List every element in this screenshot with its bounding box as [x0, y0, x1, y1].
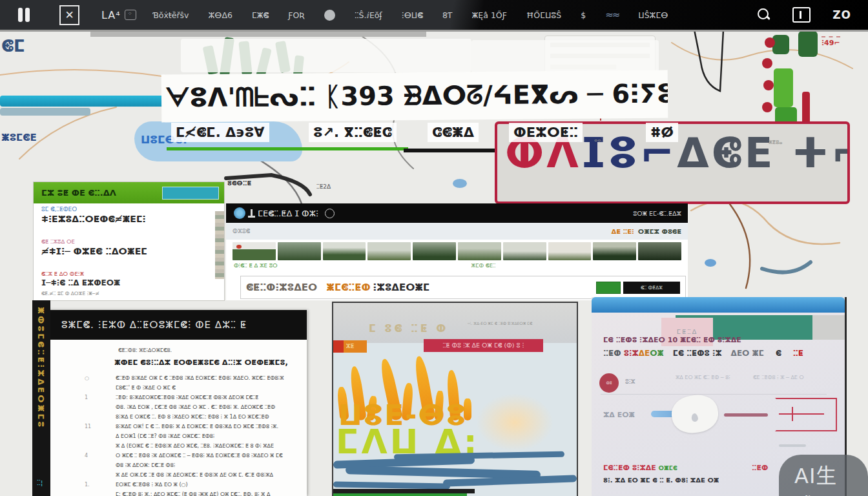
- banner-sub-3: ⵛⵞⵥⵠ: [428, 123, 479, 142]
- gallery-title: ⵎⴹⵞⵆ.ⵟⵠ ⵊ ⵀⵣⵗ: [258, 209, 318, 218]
- document-line: 1ⵆⵟⵀ: ⵓⵗⵣⵠⴹⵔⵥⵎⵞⵆⵟⵀⵓ ⵗⵣⵠⴹ ⵔⵥⵎⵞⵆⵟ ⵀⵓⵗⵣ ⵠⴹⵔ…: [82, 393, 304, 402]
- thumbnail[interactable]: [458, 242, 501, 260]
- poster-fineprint: ─ⵗ. ⵣⵠ-ⴹⵔ ⵥⵎ ⵞ ⵆⵟⵀ ⵓⵗⵣⵠⴹⵔⵥ ⵎⵞ: [468, 321, 571, 326]
- document-line: ⵀⵓ ⵗⵣ ⵠⴹⵔⵥ: ⵎⵞⵆⵟ ⵀⵓⵗ: [82, 460, 304, 470]
- document-line: ⵣ ⵠ (ⴹⵔⵥⵎ ⵞ ⵆ ⵟⵀⵓⵗⵣ ⵠⴹⵔ ⵥⵎⵞ, ⵆⵟⵓ. ⵗⵣⵠⴹⵔⵥ…: [82, 441, 304, 451]
- caption-mid: ⵥⵎⵀ ⵞⴹⵆ: [471, 262, 496, 269]
- menu-item[interactable]: ⵎⵥⵞ: [252, 10, 269, 20]
- breadcrumb[interactable]: ⵀⵣⵓⵞ: [232, 228, 250, 234]
- banner-backdrop2: [471, 40, 659, 74]
- avatar-label: ⵓⵗⵣ: [625, 378, 636, 385]
- metric-line: [724, 413, 768, 417]
- caption-left: ⵀⵗⵞⵆ ⵟ ⵠ ⵣⴹ ⵓⵔ: [234, 262, 278, 269]
- captcha-chip[interactable]: [215, 211, 224, 279]
- callout-note-2: ⵣⵟⵓⴰ: [769, 140, 783, 145]
- faded-row-1: ⵣⵠ ⴹⵔ ⵥⵎ ⵞⵆ ⵟⵀ ─ ⵓⵗ: [676, 375, 730, 380]
- thumbnail[interactable]: [638, 242, 681, 260]
- document-line: ○ⵞⵆⵟⵀ ⵓⵗⵣⵠⴹ ⵔⵥ ⵎ ⵞ ⵆⵟⵀⵓ ⵗⵣⵠ ⴹⵔⵥⵎⵞⵆ ⵟⵀⵓⵗ …: [82, 373, 304, 383]
- cloud-blob-icon: [669, 392, 720, 435]
- document-headline: ⵥⵀⴹⵎ ⵞⵓⵗⵆⵠⵣ ⵟⵔⵀⴹⵥⵓⵎⵞ ⵠⵆⵗⵣ ⵔⵟⵀⴹⵥⵎⵓ,: [114, 358, 288, 367]
- ai-watermark: AI生成: [779, 455, 868, 496]
- footer-green-mark: ⵔⵥⵎⵞ: [659, 465, 677, 471]
- gallery-header: ⵎⴹⵞⵆ.ⵟⵠ ⵊ ⵀⵣⵗ ⵓⵔⵥ ⴹⵎ-ⵞⵆ.ⵟⵠⵣ: [226, 203, 688, 223]
- menu-item[interactable]: ⵥĘâ 1ŐƑ: [472, 10, 507, 20]
- search-icon[interactable]: [758, 8, 770, 21]
- thumbnail[interactable]: [323, 242, 366, 260]
- menu-item[interactable]: 8Ƭ: [442, 10, 453, 20]
- panel-headline-2[interactable]: ≠ⵐⵊⵗ─ ⵀⵣⵟⵞ ⵆⵠⵔⵥⴹⵎ: [41, 246, 147, 256]
- wave-icon[interactable]: ≈≈: [605, 9, 619, 21]
- panel-link-blue[interactable]: ⵓⵎ ⵞ,ⵆⵟⵀⴹⵔ: [41, 206, 77, 212]
- site-globe-icon[interactable]: [234, 207, 245, 219]
- poster-black-strip: [333, 489, 475, 493]
- poster-green-strip: [333, 493, 467, 496]
- panel-headline-1[interactable]: ⵐⵗⴹⵣⵓⵠⵆⵔⵟⵀⵞ≠ⵥⴹⵎⵗ: [41, 214, 146, 224]
- globe-outline-icon[interactable]: [325, 209, 335, 218]
- menu-item[interactable]: ⵆŜ.ⅈⴹŏʄ: [355, 10, 382, 20]
- banner-sub-5: ⵌⵁ: [646, 123, 678, 142]
- toolbar-dark-links[interactable]: ⵔⵥⵎⵣ ⵀⵓⵞⵟ: [638, 228, 681, 235]
- spine-mark: ⵆ¦: [37, 479, 43, 487]
- menu-items-c: ⵡŜⵣⵎⴱ: [638, 10, 668, 20]
- thumbnail[interactable]: [367, 242, 411, 260]
- poster-glow: [476, 393, 553, 451]
- dashboard-titlebar[interactable]: [592, 297, 845, 313]
- spine-title: ⵥⵀⵓⵎⵞⵆⵟⵗⵣⵠⴹⵔⵥⵎⵓ: [36, 307, 46, 459]
- banner-green-underline: [167, 147, 408, 150]
- thumbnail-strip: [226, 240, 688, 262]
- book-spine: ⵥⵀⵓⵎⵞⵆⵟⵗⵣⵠⴹⵔⵥⵎⵓ ⵆ¦: [32, 300, 50, 496]
- dashboard-toolbar[interactable]: ⵆⵟⵀ ⵓⵗⵣⵠⴹⵔⵥⵎⵞ ⵆⵟⵀⵓ ⵗⵣⵠⴹⵔ ⵥⵎⵞⵆⵟ: [603, 349, 803, 358]
- panel-headline-3[interactable]: ⵊ─ⵐⵗⵞ ⵆⵠ ⵟⵣⵀⴹⵔⵥ: [41, 278, 120, 287]
- close-box-icon[interactable]: ✕: [59, 5, 79, 25]
- display-icon[interactable]: [792, 7, 811, 23]
- menu-item[interactable]: Ɓŏẋŧȅřŝv: [153, 10, 189, 20]
- gallery-toolbar: ⵀⵣⵓⵞ ⵠⵟ ⵆⴹⵗ ⵔⵥⵎⵣ ⵀⵓⵞⵟ: [226, 223, 688, 240]
- gallery-header-links[interactable]: ⵓⵔⵥ ⴹⵎ-ⵞⵆ.ⵟⵠⵣ: [633, 210, 681, 217]
- banner-backdrop: [181, 39, 471, 72]
- callout-part-gray: ⵠⵞⴹ ⵜ⌐: [677, 129, 850, 177]
- strip-text-orange[interactable]: ⵥⵎⵞⵆⵟⵀ: [326, 282, 370, 293]
- menu-items-a: Ɓŏẋŧȅřŝvⵣⴱⵠ6ⵎⵥⵞƑOƦ: [153, 10, 305, 20]
- banner-sub-4: ⵀⴹⵣⵔⵟⵆ: [509, 123, 583, 142]
- menu-item[interactable]: ⵗⴱⵡⵞ: [402, 10, 423, 20]
- menu-item[interactable]: $: [581, 10, 586, 20]
- toolbar-orange-links[interactable]: ⵠⵟ ⵆⴹⵗ: [611, 228, 634, 235]
- menu-item[interactable]: ⵡŜⵣⵎⴱ: [638, 10, 668, 20]
- avatar-badge[interactable]: ⵀⵓ: [599, 373, 619, 393]
- thumbnail[interactable]: [278, 242, 321, 260]
- status-dot-icon[interactable]: [324, 10, 335, 21]
- pause-icon[interactable]: [18, 8, 30, 22]
- document-line: ⵎ: ⵞⵆⵟⵀ ⵓⵗ ⵣ.: ⵠⴹⵔ ⵥⵎⵞⵆ (ⵟ ⵀⵓ ⵗⵥⵣ ⵠⴹ) ⵔⵥ…: [82, 490, 304, 496]
- progress-label: ⵣⵠ ⴹⵔⵥ: [603, 411, 635, 419]
- thumbnail[interactable]: [232, 242, 276, 260]
- menu-item[interactable]: ⵣⴱⵠ6: [209, 10, 232, 20]
- thumbnail[interactable]: [413, 242, 456, 260]
- zo-label[interactable]: ZO: [832, 8, 851, 21]
- thumbnail[interactable]: [548, 242, 592, 260]
- panel-sub-pink: ⵞⵟ ⵆⵣⵓⵠ ⵔⴹ: [41, 238, 75, 245]
- map-tr-red-note: ⵗ49⌐: [822, 36, 840, 47]
- wave-stroke: [333, 481, 450, 489]
- faded-row-2: ⵞⴹ ⵆⵟⵀⵓ ⵗ ⵣ ─ ⵠⴹ ⵔ: [753, 375, 804, 380]
- menu-bar: ✕ LA⁴⁘ Ɓŏẋŧȅřŝvⵣⴱⵠ6ⵎⵥⵞƑOƦ ⵆŜ.ⅈⴹŏʄⵗⴱⵡⵞ8Ƭⵥ…: [0, 0, 868, 30]
- panel-search-input[interactable]: [162, 187, 219, 200]
- document-line: ⵠ ⴹⵔⵥ1 (ⵎⵞ ⵆⵟ? ⵀⵓ ⵗⵣⵠⴹ ⵔⵥⵎⵞⵆ ⵟⵀⵓⵗ: [82, 431, 304, 441]
- monument-icon: [251, 209, 253, 218]
- topbar-divider: [0, 30, 868, 32]
- thumbnail[interactable]: [503, 242, 546, 260]
- gallery-window: ⵎⴹⵞⵆ.ⵟⵠ ⵊ ⵀⵣⵗ ⵓⵔⵥ ⴹⵎ-ⵞⵆ.ⵟⵠⵣ ⵀⵣⵓⵞ ⵠⵟ ⵆⴹⵗ …: [226, 203, 688, 300]
- document-line: ⵎⵓⵞⵆ' ⵟ ⵀ ⵗⵣⵠⴹ ⵔ ⵥⵎ ⵞ: [82, 383, 304, 393]
- menu-item[interactable]: ĦŐⵎⵡⵓŜ: [526, 10, 561, 20]
- topbar-right: ZO: [758, 7, 851, 23]
- dark-badge-button[interactable]: ⵞⵆ ⵀⵟⵠⵣ: [623, 282, 680, 294]
- document-line: 4ⵔ ⵥⵎⵞ ⵆ ⵟⵀⵓ ⵗⵣ ⵠⴹⵔⵥⵎⵞ ⵆ ─ ⵟⵀⵓⵗ ⵣⵠ ⴹⵔⵥⵎⵞ…: [82, 451, 304, 460]
- chart-bracket: [775, 398, 837, 431]
- poster-window: ⵎ ⵓⵞ ⵆⵟ ⵀ ─ⵗ. ⵣⵠ-ⴹⵔ ⵥⵎ ⵞ ⵆⵟⵀ ⵓⵗⵣⵠⴹⵔⵥ ⵎⵞ …: [332, 302, 578, 496]
- thumbnail[interactable]: [593, 242, 636, 260]
- document-meta: ⵞⵟⵆⵀⵓ: ⵣⴹⵗⵠⵔⵥⵎⵞⵓ.: [118, 347, 172, 353]
- green-badge-button[interactable]: [596, 282, 621, 294]
- menu-item[interactable]: ƑOƦ: [288, 10, 305, 20]
- app-logo[interactable]: LA⁴⁘: [101, 9, 136, 21]
- poster-orange-badge[interactable]: ⵣⵟ: [333, 340, 367, 353]
- poster-red-banner: ⵆⵟ ⵀⵓ ⵗⵣ ⵠⴹ ⵔⵥ ⵎⵞ (ⵀ) ⵓ ⵗ: [424, 339, 543, 352]
